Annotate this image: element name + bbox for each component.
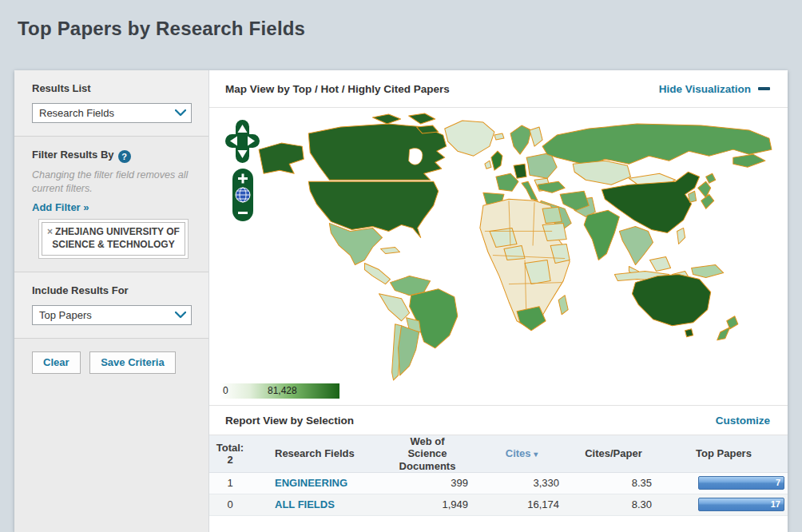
country-iran[interactable] [560, 191, 589, 210]
country-korea[interactable] [689, 191, 697, 202]
legend-min: 0 [223, 385, 228, 396]
row-cites-per-paper: 8.35 [567, 472, 660, 494]
zoom-control[interactable] [232, 169, 253, 221]
include-results-selected: Top Papers [33, 309, 170, 321]
minus-icon [758, 87, 770, 90]
country-sudan[interactable] [542, 223, 566, 240]
country-peru[interactable] [379, 294, 410, 321]
report-header: Report View by Selection Customize [209, 406, 788, 435]
save-criteria-button[interactable]: Save Criteria [89, 351, 176, 374]
country-italy[interactable] [522, 181, 538, 200]
country-argentina[interactable] [399, 326, 419, 375]
country-southeast-asia[interactable] [619, 226, 653, 264]
results-list-dropdown[interactable]: Research Fields [32, 103, 192, 123]
country-germany[interactable] [514, 164, 526, 178]
hide-visualization-link[interactable]: Hide Visualization [659, 83, 751, 95]
filter-label-text: Filter Results By [32, 149, 114, 161]
field-link[interactable]: ENGINEERING [275, 477, 347, 489]
country-india[interactable] [584, 210, 619, 260]
top-papers-bar: 7 [698, 476, 784, 490]
country-iceland[interactable] [494, 133, 504, 140]
row-field: ENGINEERING [251, 472, 379, 494]
active-filter-text: ZHEJIANG UNIVERSITY OF SCIENCE & TECHNOL… [52, 226, 180, 250]
chevron-down-icon [170, 104, 191, 122]
top-papers-bar: 17 [698, 498, 784, 511]
hide-visualization: Hide Visualization [659, 81, 770, 96]
hudson-bay [409, 149, 423, 165]
active-filter-chip: ×ZHEJIANG UNIVERSITY OF SCIENCE & TECHNO… [38, 219, 189, 259]
country-new-zealand[interactable] [717, 316, 738, 340]
row-rank: 1 [209, 472, 251, 494]
report-header-title: Report View by Selection [225, 415, 354, 427]
chevron-down-icon [170, 306, 191, 324]
sidebar-actions: Clear Save Criteria [14, 339, 208, 532]
country-ireland[interactable] [485, 161, 491, 169]
row-top-papers: 7 [660, 472, 788, 494]
col-research-fields: Research Fields [251, 435, 379, 472]
map-area: 0 81,428 [209, 108, 788, 406]
results-list-label: Results List [32, 82, 194, 94]
country-france[interactable] [496, 173, 518, 191]
country-russia-fareast[interactable] [733, 154, 765, 167]
country-australia[interactable] [632, 275, 710, 326]
filter-section: Filter Results By? Changing the filter f… [14, 137, 208, 272]
col-wos-documents: Web of Science Documents [379, 435, 476, 472]
map-legend: 0 81,428 [220, 383, 339, 399]
map-header: Map View by Top / Hot / Highly Cited Pap… [209, 70, 788, 108]
country-norway-sweden[interactable] [510, 125, 531, 154]
filter-label: Filter Results By? [32, 149, 194, 163]
country-new-guinea[interactable] [692, 265, 724, 278]
table-row: 1 ENGINEERING 399 3,330 8.35 7 [209, 472, 788, 494]
clear-button[interactable]: Clear [32, 351, 81, 374]
row-wos: 399 [379, 472, 476, 494]
row-cites-per-paper: 8.30 [567, 494, 660, 515]
total-label: Total: [214, 442, 246, 454]
country-philippines[interactable] [677, 228, 685, 244]
country-borneo[interactable] [649, 257, 670, 272]
row-field: ALL FIELDS [251, 494, 379, 515]
country-cuba[interactable] [381, 247, 400, 253]
country-madagascar[interactable] [558, 296, 568, 315]
results-list-section: Results List Research Fields [14, 70, 208, 137]
country-alaska[interactable] [259, 143, 304, 173]
total-value: 2 [214, 454, 246, 466]
table-row: 0 ALL FIELDS 1,949 16,174 8.30 17 [209, 494, 788, 515]
row-cites: 3,330 [476, 472, 567, 494]
active-filter-chip-inner: ×ZHEJIANG UNIVERSITY OF SCIENCE & TECHNO… [42, 222, 185, 256]
filter-note: Changing the filter field removes all cu… [32, 169, 194, 195]
legend-max: 81,428 [268, 385, 297, 396]
globe-icon[interactable] [236, 188, 250, 202]
col-cites-per-paper: Cites/Paper [567, 435, 660, 472]
add-filter-link[interactable]: Add Filter » [32, 201, 89, 213]
help-icon[interactable]: ? [118, 150, 131, 163]
country-tasmania[interactable] [685, 329, 693, 337]
report-table: Total: 2 Research Fields Web of Science … [209, 435, 788, 516]
row-wos: 1,949 [379, 494, 476, 515]
country-finland[interactable] [530, 127, 542, 146]
content: Map View by Top / Hot / Highly Cited Pap… [209, 70, 788, 532]
central-america[interactable] [364, 264, 390, 284]
main-panel: Results List Research Fields Filter Resu… [14, 70, 788, 532]
row-top-papers: 17 [660, 494, 788, 515]
country-egypt[interactable] [542, 207, 562, 223]
country-greenland[interactable] [445, 121, 494, 156]
remove-filter-icon[interactable]: × [47, 226, 53, 237]
customize-link[interactable]: Customize [716, 415, 770, 427]
country-mexico[interactable] [329, 223, 382, 264]
table-header-row: Total: 2 Research Fields Web of Science … [209, 435, 788, 472]
zoom-out-icon[interactable] [238, 212, 248, 214]
col-cites-label: Cites [506, 447, 531, 459]
include-results-section: Include Results For Top Papers [14, 272, 208, 339]
row-cites: 16,174 [476, 494, 567, 515]
country-japan[interactable] [698, 173, 716, 208]
col-cites[interactable]: Cites ▾ [476, 435, 567, 472]
col-top-papers: Top Papers [660, 435, 788, 472]
field-link[interactable]: ALL FIELDS [275, 498, 335, 510]
country-kazakhstan[interactable] [573, 161, 630, 185]
country-uk[interactable] [491, 151, 502, 170]
world-map [252, 111, 781, 387]
country-eastern-europe[interactable] [526, 153, 557, 178]
include-results-label: Include Results For [32, 284, 194, 296]
results-list-selected: Research Fields [33, 107, 170, 119]
include-results-dropdown[interactable]: Top Papers [32, 305, 192, 325]
